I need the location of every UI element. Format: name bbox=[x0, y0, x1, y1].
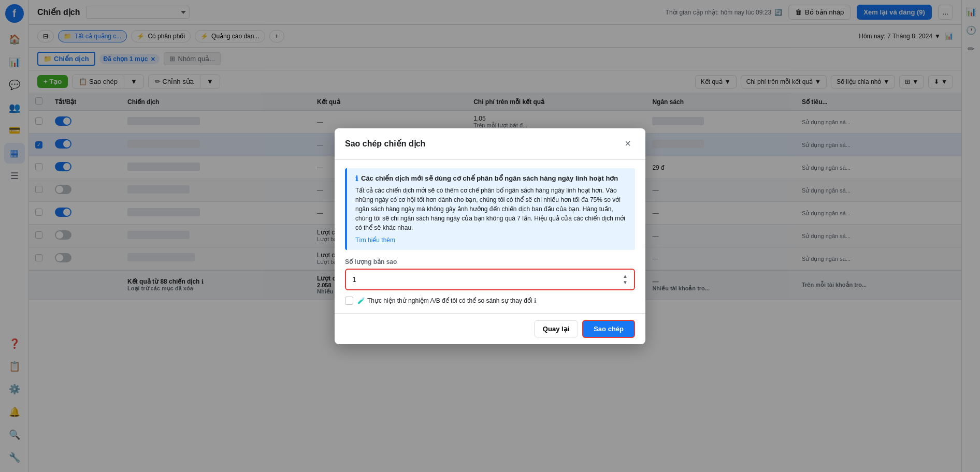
copy-confirm-button[interactable]: Sao chép bbox=[582, 320, 635, 338]
ab-test-checkbox[interactable] bbox=[345, 297, 353, 305]
stepper-down-button[interactable]: ▼ bbox=[623, 280, 628, 285]
ab-test-row: 🧪 Thực hiện thử nghiệm A/B để tôi có thể… bbox=[345, 297, 635, 305]
modal-close-button[interactable]: × bbox=[621, 137, 635, 151]
info-box: ℹ Các chiến dịch mới sẽ dùng cơ chế phân… bbox=[345, 168, 635, 250]
ab-info-icon[interactable]: ℹ bbox=[534, 297, 537, 304]
modal-body: ℹ Các chiến dịch mới sẽ dùng cơ chế phân… bbox=[335, 160, 645, 313]
learn-more-link[interactable]: Tìm hiểu thêm bbox=[355, 237, 627, 244]
back-button[interactable]: Quay lại bbox=[534, 320, 578, 337]
info-box-body: Tất cả các chiến dịch mới sẽ có thêm cơ … bbox=[355, 186, 627, 232]
field-label: Số lượng bản sao bbox=[345, 258, 635, 266]
stepper: ▲ ▼ bbox=[623, 274, 628, 285]
stepper-up-button[interactable]: ▲ bbox=[623, 274, 628, 279]
ab-test-label: 🧪 Thực hiện thử nghiệm A/B để tôi có thể… bbox=[357, 297, 537, 304]
modal-header: Sao chép chiến dịch × bbox=[335, 128, 645, 160]
copy-count-input[interactable] bbox=[352, 275, 623, 284]
copy-count-input-box: ▲ ▼ bbox=[345, 269, 635, 290]
modal-overlay: Sao chép chiến dịch × ℹ Các chiến dịch m… bbox=[0, 0, 980, 472]
flask-icon: 🧪 bbox=[357, 297, 365, 304]
copy-count-field: Số lượng bản sao ▲ ▼ bbox=[345, 258, 635, 290]
copy-campaign-modal: Sao chép chiến dịch × ℹ Các chiến dịch m… bbox=[335, 128, 645, 344]
modal-footer: Quay lại Sao chép bbox=[335, 313, 645, 344]
info-box-title: ℹ Các chiến dịch mới sẽ dùng cơ chế phân… bbox=[355, 174, 627, 183]
modal-title: Sao chép chiến dịch bbox=[345, 139, 425, 149]
info-circle-icon: ℹ bbox=[355, 174, 358, 183]
